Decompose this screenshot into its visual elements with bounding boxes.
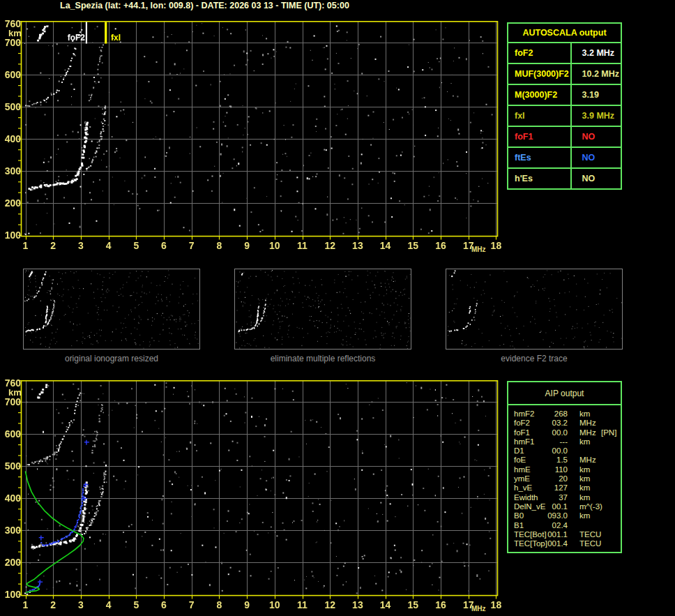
param-value: 001.1 (543, 530, 568, 539)
station-title: La_Spezia (lat: +44.1, lon: 009.8) - DAT… (60, 1, 349, 10)
thumbnail-evidence-canvas (446, 269, 622, 349)
param-value: 3.9 MHz (571, 105, 621, 126)
y-tick-label: 100 (0, 230, 21, 241)
aip-row: D100.0 (508, 446, 621, 456)
param-value: 00.1 (543, 502, 568, 511)
x-tick-label: 10 (266, 600, 284, 610)
y-tick-label: 500 (0, 460, 21, 472)
aip-row: foF203.2MHz (508, 419, 621, 428)
aip-row: DelN_vE00.1m^(-3) (508, 502, 621, 511)
param-value: 1.5 (543, 456, 568, 465)
ionogram-canvas-top (17, 21, 499, 241)
x-tick-label: 9 (238, 241, 256, 251)
param-label: foF1 (508, 126, 571, 147)
param-label: h'Es (508, 168, 571, 189)
param-label: h_vE (514, 483, 532, 493)
param-label: ymE (514, 474, 530, 483)
x-tick-label: 3 (72, 600, 90, 610)
x-tick-label: 5 (127, 600, 145, 610)
param-unit: km (579, 511, 590, 520)
param-label: TEC[Top] (514, 539, 547, 548)
thumbnail-evidence-caption: evidence F2 trace (446, 354, 623, 363)
autoscala-row: M(3000)F23.19 (508, 84, 621, 105)
x-tick-label: 18 (487, 241, 505, 251)
x-tick-label: 9 (238, 600, 256, 610)
param-value: 00.0 (543, 446, 568, 456)
param-label: D1 (514, 446, 524, 456)
aip-row: hmF2268km (508, 410, 621, 419)
param-unit: km (579, 474, 590, 483)
autoscala-row: h'EsNO (508, 168, 621, 189)
x-tick-label: 3 (72, 241, 90, 251)
x-tick-label: 13 (349, 241, 367, 251)
aip-row: B0093.0km (508, 511, 621, 520)
x-tick-label: 6 (155, 241, 173, 251)
param-value: 03.2 (543, 419, 568, 428)
param-unit: m^(-3) (579, 502, 602, 511)
y-tick-label: 700 (0, 37, 21, 48)
x-tick-label: 2 (44, 600, 62, 610)
aip-rows: hmF2268kmfoF203.2MHzfoF100.0MHz[PN]hmF1-… (508, 410, 621, 548)
x-tick-label: 12 (321, 600, 339, 610)
thumbnail-original-canvas (24, 269, 199, 349)
x-tick-label: 8 (210, 241, 228, 251)
aip-row: B102.4 (508, 521, 621, 530)
x-tick-label: 7 (183, 241, 201, 251)
thumbnail-eliminate (234, 269, 411, 350)
aip-output-table: AIP output hmF2268kmfoF203.2MHzfoF100.0M… (507, 381, 622, 553)
param-label: hmF2 (514, 410, 534, 419)
x-tick-label: 15 (404, 600, 422, 610)
x-tick-label: 4 (100, 600, 118, 610)
y-tick-label: 600 (0, 428, 21, 440)
y-tick-label: 400 (0, 133, 21, 144)
x-tick-label: 1 (17, 241, 35, 251)
aip-row: h_vE127km (508, 483, 621, 493)
param-label: fxI (508, 105, 571, 126)
aip-row: hmE110km (508, 465, 621, 474)
x-tick-label: 14 (377, 600, 395, 610)
x-tick-label: 4 (100, 241, 118, 251)
aip-header: AIP output (508, 389, 621, 398)
y-tick-label: 760 (0, 18, 21, 29)
x-tick-label: 14 (377, 241, 395, 251)
x-tick-label: 17 (460, 241, 478, 251)
y-tick-label: 600 (0, 69, 21, 80)
x-tick-label: 5 (127, 241, 145, 251)
param-value: 20 (543, 474, 568, 483)
x-tick-label: 17 (460, 600, 478, 610)
x-tick-label: 10 (266, 241, 284, 251)
param-unit: km (579, 410, 590, 419)
autoscala-header: AUTOSCALA output (508, 23, 621, 43)
aip-row: foE1.5MHz (508, 456, 621, 465)
aip-row: ymE20km (508, 474, 621, 483)
param-value: 37 (543, 493, 568, 502)
autoscala-row: fxI3.9 MHz (508, 105, 621, 126)
x-tick-label: 15 (404, 241, 422, 251)
aip-row: Ewidth37km (508, 493, 621, 502)
y-tick-label: 300 (0, 525, 21, 536)
aip-row: foF100.0MHz[PN] (508, 428, 621, 437)
y-tick-label: 400 (0, 493, 21, 504)
param-label: hmE (514, 465, 531, 474)
param-value: NO (571, 126, 621, 147)
x-tick-label: 11 (294, 241, 312, 251)
x-tick-label: 2 (44, 241, 62, 251)
param-label: foF1 (514, 428, 530, 437)
aip-row: hmF1---km (508, 437, 621, 446)
y-tick-label: 760 (0, 377, 21, 389)
y-tick-label: 100 (0, 589, 21, 600)
aip-row: TEC[Top]001.4TECU (508, 539, 621, 548)
param-label: B0 (514, 511, 524, 520)
param-label: foE (514, 456, 526, 465)
param-label: ftEs (508, 147, 571, 168)
param-label: Ewidth (514, 493, 538, 502)
y-tick-label: 300 (0, 165, 21, 176)
autoscala-row: MUF(3000)F210.2 MHz (508, 63, 621, 84)
param-unit: km (579, 465, 590, 474)
param-unit: km (579, 483, 590, 493)
thumbnail-eliminate-caption: eliminate multiple reflections (234, 354, 411, 363)
param-unit: TECU (579, 530, 601, 539)
param-value: 3.2 MHz (571, 43, 621, 63)
thumbnail-original (23, 269, 200, 350)
autoscala-header-row: AUTOSCALA output (508, 23, 621, 43)
